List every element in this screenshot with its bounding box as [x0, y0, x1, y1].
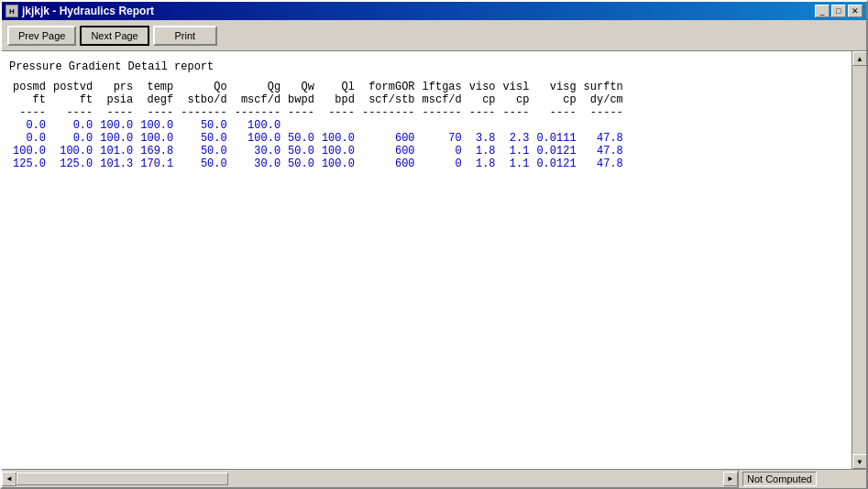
scroll-right-button[interactable]: ▶: [723, 472, 738, 486]
cell-surftn: 47.8: [580, 145, 627, 158]
col-lftgas: lftgas: [419, 81, 466, 93]
dash-ql: ----: [318, 106, 358, 119]
cell-posmd: 125.0: [9, 158, 49, 170]
status-bar: Not Computed: [738, 470, 866, 488]
hscroll-thumb[interactable]: [16, 473, 228, 485]
dash-qo: -------: [177, 106, 230, 119]
col-posmd: posmd: [9, 81, 49, 93]
col-prs: prs: [96, 81, 137, 93]
cell-temp: 169.8: [137, 145, 177, 158]
cell-ql: 100.0: [318, 132, 358, 145]
cell-surftn: 47.8: [580, 132, 627, 145]
main-area: Pressure Gradient Detail report posmd po…: [2, 51, 866, 469]
scroll-track-right[interactable]: [852, 66, 866, 454]
unit-qg: mscf/d: [231, 93, 284, 106]
cell-prs: 100.0: [96, 119, 137, 132]
unit-qw: bwpd: [284, 93, 318, 106]
cell-visg: 0.0121: [533, 158, 579, 170]
next-page-button[interactable]: Next Page: [80, 26, 148, 46]
unit-formgor: scf/stb: [358, 93, 419, 106]
title-buttons: _ □ ✕: [815, 5, 863, 17]
dash-formgor: --------: [358, 106, 419, 119]
toolbar: Prev Page Next Page Print: [2, 20, 866, 51]
prev-page-button[interactable]: Prev Page: [7, 26, 76, 46]
app-icon: H: [5, 5, 18, 17]
cell-qw: [284, 119, 318, 132]
cell-qw: 50.0: [284, 158, 318, 170]
col-temp: temp: [137, 81, 177, 93]
cell-visg: 0.0111: [533, 132, 579, 145]
status-label: Not Computed: [742, 472, 817, 486]
cell-posmd: 0.0: [9, 119, 49, 132]
content-area[interactable]: Pressure Gradient Detail report posmd po…: [2, 51, 852, 469]
table-row: 125.0125.0101.3170.150.030.050.0100.0600…: [9, 158, 627, 170]
cell-surftn: [580, 119, 627, 132]
close-button[interactable]: ✕: [848, 5, 863, 17]
unit-row: ft ft psia degf stbo/d mscf/d bwpd bpd s…: [9, 93, 627, 106]
right-scrollbar: ▲ ▼: [852, 51, 866, 469]
cell-qg: 100.0: [231, 132, 284, 145]
cell-lftgas: 0: [419, 158, 466, 170]
cell-postvd: 0.0: [49, 132, 96, 145]
unit-visg: cp: [533, 93, 579, 106]
cell-qo: 50.0: [177, 132, 230, 145]
unit-viso: cp: [466, 93, 500, 106]
dash-postvd: ----: [49, 106, 96, 119]
unit-postvd: ft: [49, 93, 96, 106]
bottom-bar: ◀ ▶ Not Computed: [2, 469, 866, 487]
bottom-scrollbar: ◀ ▶: [2, 472, 738, 486]
cell-lftgas: 70: [419, 132, 466, 145]
cell-temp: 100.0: [137, 119, 177, 132]
col-formgor: formGOR: [358, 81, 419, 93]
col-surftn: surftn: [580, 81, 627, 93]
dash-temp: ----: [137, 106, 177, 119]
print-button[interactable]: Print: [153, 26, 217, 46]
dash-qg: -------: [231, 106, 284, 119]
cell-posmd: 100.0: [9, 145, 49, 158]
dash-visg: ----: [533, 106, 579, 119]
dash-visl: ----: [500, 106, 533, 119]
cell-ql: [318, 119, 358, 132]
scroll-left-button[interactable]: ◀: [2, 472, 16, 486]
table-row: 0.00.0100.0100.050.0100.050.0100.0600703…: [9, 132, 627, 145]
cell-visg: [533, 119, 579, 132]
cell-qg: 30.0: [231, 158, 284, 170]
cell-prs: 101.0: [96, 145, 137, 158]
cell-posmd: 0.0: [9, 132, 49, 145]
cell-formgor: 600: [358, 158, 419, 170]
cell-visl: 1.1: [500, 145, 533, 158]
unit-qo: stbo/d: [177, 93, 230, 106]
cell-postvd: 100.0: [49, 145, 96, 158]
col-qo: Qo: [177, 81, 230, 93]
unit-prs: psia: [96, 93, 137, 106]
cell-ql: 100.0: [318, 158, 358, 170]
unit-ql: bpd: [318, 93, 358, 106]
col-qg: Qg: [231, 81, 284, 93]
scroll-up-button[interactable]: ▲: [852, 51, 866, 66]
cell-viso: [466, 119, 500, 132]
dash-qw: ----: [284, 106, 318, 119]
cell-formgor: [358, 119, 419, 132]
cell-postvd: 125.0: [49, 158, 96, 170]
header-row: posmd postvd prs temp Qo Qg Qw Ql formGO…: [9, 81, 627, 93]
data-table: posmd postvd prs temp Qo Qg Qw Ql formGO…: [9, 81, 627, 170]
table-row: 0.00.0100.0100.050.0100.0: [9, 119, 627, 132]
cell-visl: [500, 119, 533, 132]
unit-surftn: dy/cm: [580, 93, 627, 106]
hscroll-track[interactable]: [16, 472, 723, 486]
cell-formgor: 600: [358, 145, 419, 158]
maximize-button[interactable]: □: [831, 5, 846, 17]
title-bar-left: H jkjkjk - Hydraulics Report: [5, 5, 154, 17]
col-postvd: postvd: [49, 81, 96, 93]
dash-prs: ----: [96, 106, 137, 119]
minimize-button[interactable]: _: [815, 5, 830, 17]
dash-row: ---- ---- ---- ---- ------- ------- ----…: [9, 106, 627, 119]
cell-visl: 2.3: [500, 132, 533, 145]
cell-qo: 50.0: [177, 158, 230, 170]
unit-visl: cp: [500, 93, 533, 106]
scroll-down-button[interactable]: ▼: [852, 454, 866, 469]
cell-temp: 170.1: [137, 158, 177, 170]
cell-temp: 100.0: [137, 132, 177, 145]
dash-viso: ----: [466, 106, 500, 119]
cell-lftgas: 0: [419, 145, 466, 158]
